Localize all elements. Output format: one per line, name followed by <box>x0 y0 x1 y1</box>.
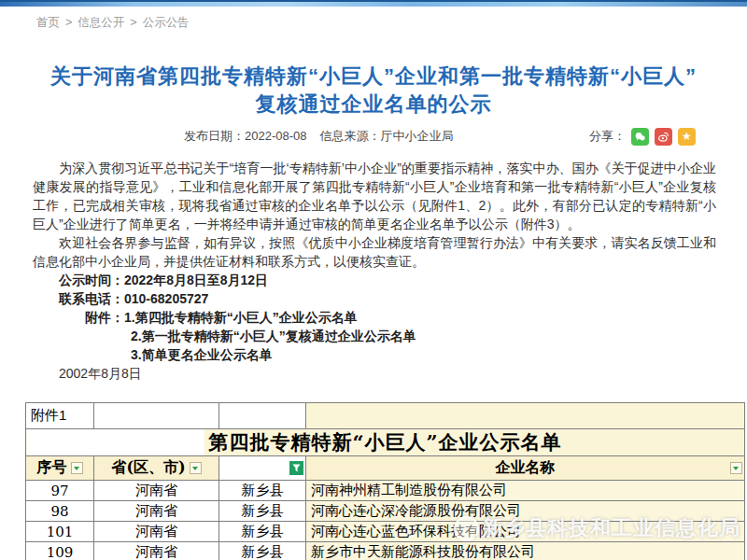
cell-no: 97 <box>26 481 94 501</box>
table-header-row: 序号 省(区、市) 企业名称 <box>26 456 745 481</box>
cell-county: 新乡县 <box>219 481 306 501</box>
empty-cell <box>306 403 745 429</box>
cell-no: 101 <box>26 522 94 542</box>
cell-company: 新乡市中天新能源科技股份有限公司 <box>306 542 745 560</box>
filter-dropdown-icon <box>71 462 83 474</box>
breadcrumb-public-notices[interactable]: 公示公告 <box>143 16 190 29</box>
breadcrumb-info-disclosure[interactable]: 信息公开 <box>78 16 124 29</box>
cell-company: 河南心连心深冷能源股份有限公司 <box>306 501 745 522</box>
table-row: 97 河南省 新乡县 河南神州精工制造股份有限公司 <box>26 481 745 501</box>
article-body: 为深入贯彻习近平总书记关于“培育一批‘专精特新’中小企业”的重要指示精神，落实中… <box>33 159 716 383</box>
attachment-list-item-3: 3.简单更名企业公示名单 <box>33 345 716 364</box>
wechat-share-icon[interactable] <box>631 128 649 146</box>
header-company: 企业名称 <box>306 456 745 481</box>
article-meta-row: 发布日期：2022-08-08 信息来源：厅中小企业局 分享： ★ <box>0 127 747 146</box>
cell-county: 新乡县 <box>219 542 306 560</box>
page-title: 关于河南省第四批专精特新“小巨人”企业和第一批专精特新“小巨人”复核通过企业名单… <box>47 63 700 119</box>
favorite-star-icon[interactable]: ★ <box>678 128 696 146</box>
breadcrumb: 首页>信息公开>公示公告 <box>34 15 192 31</box>
attachment-list-item-2: 2.第一批专精特新“小巨人”复核通过企业公示名单 <box>33 327 716 345</box>
table-row: 98 河南省 新乡县 河南心连心深冷能源股份有限公司 <box>26 501 745 522</box>
header-company-label: 企业名称 <box>496 458 556 476</box>
table-title: 第四批专精特新“小巨人”企业公示名单 <box>26 429 745 456</box>
contact-phone-line: 联系电话：010-68205727 <box>33 289 716 308</box>
share-bar: 分享： ★ <box>589 128 696 146</box>
cell-no: 98 <box>26 501 94 522</box>
header-province-label: 省(区、市) <box>111 458 185 476</box>
filter-dropdown-icon <box>730 462 742 474</box>
table-row: 101 河南省 新乡县 河南心连心蓝色环保科技有限公司 <box>26 522 745 542</box>
attachment-1-label: 附件1 <box>26 403 94 429</box>
cell-county: 新乡县 <box>219 522 306 542</box>
attachment-list-item-1: 附件：1.第四批专精特新“小巨人”企业公示名单 <box>33 308 716 327</box>
empty-cell <box>219 403 306 429</box>
public-time-line: 公示时间：2022年8月8日至8月12日 <box>33 271 716 289</box>
header-county <box>219 456 306 481</box>
info-source: 信息来源：厅中小企业局 <box>320 128 454 145</box>
breadcrumb-home[interactable]: 首页 <box>36 16 60 29</box>
attachment-label-row: 附件1 <box>26 403 745 429</box>
cell-province: 河南省 <box>94 542 219 560</box>
publish-date: 发布日期：2022-08-08 <box>184 128 307 145</box>
attachment-1-table: 附件1 第四批专精特新“小巨人”企业公示名单 序号 省(区、市) 企业名称 97… <box>25 402 745 560</box>
cell-province: 河南省 <box>94 501 219 522</box>
table-title-row: 第四批专精特新“小巨人”企业公示名单 <box>26 429 745 456</box>
weibo-share-icon[interactable] <box>655 128 672 146</box>
filter-dropdown-icon <box>190 462 202 474</box>
header-province: 省(区、市) <box>94 456 219 481</box>
sign-date: 2002年8月8日 <box>33 364 716 383</box>
cell-company: 河南心连心蓝色环保科技有限公司 <box>306 522 745 542</box>
table-row: 109 河南省 新乡县 新乡市中天新能源科技股份有限公司 <box>26 542 745 560</box>
cell-province: 河南省 <box>94 481 219 501</box>
paragraph-1: 为深入贯彻习近平总书记关于“培育一批‘专精特新’中小企业”的重要指示精神，落实中… <box>33 159 716 233</box>
cell-no: 109 <box>26 542 94 560</box>
breadcrumb-separator: > <box>130 16 136 29</box>
header-no: 序号 <box>26 456 94 481</box>
top-nav-bottom-strip <box>0 0 747 7</box>
paragraph-2: 欢迎社会各界参与监督，如有异议，按照《优质中小企业梯度培育管理暂行办法》中有关要… <box>33 233 716 271</box>
cell-company: 河南神州精工制造股份有限公司 <box>306 481 745 501</box>
header-no-label: 序号 <box>37 458 67 476</box>
share-label: 分享： <box>589 128 626 145</box>
breadcrumb-separator: > <box>65 16 72 29</box>
empty-cell <box>94 403 219 429</box>
cell-county: 新乡县 <box>219 501 306 522</box>
filter-applied-icon <box>289 461 303 475</box>
announcement-page: 首页>信息公开>公示公告 关于河南省第四批专精特新“小巨人”企业和第一批专精特新… <box>0 0 747 560</box>
cell-province: 河南省 <box>94 522 219 542</box>
